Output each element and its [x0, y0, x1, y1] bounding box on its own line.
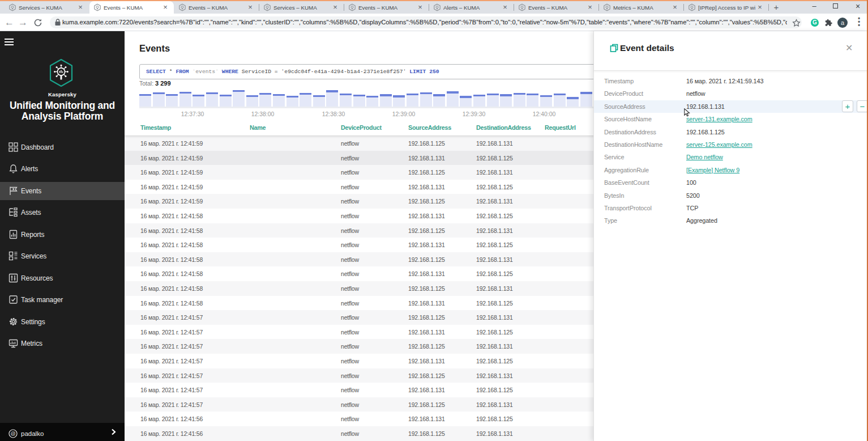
svg-text:@: @: [10, 431, 15, 436]
